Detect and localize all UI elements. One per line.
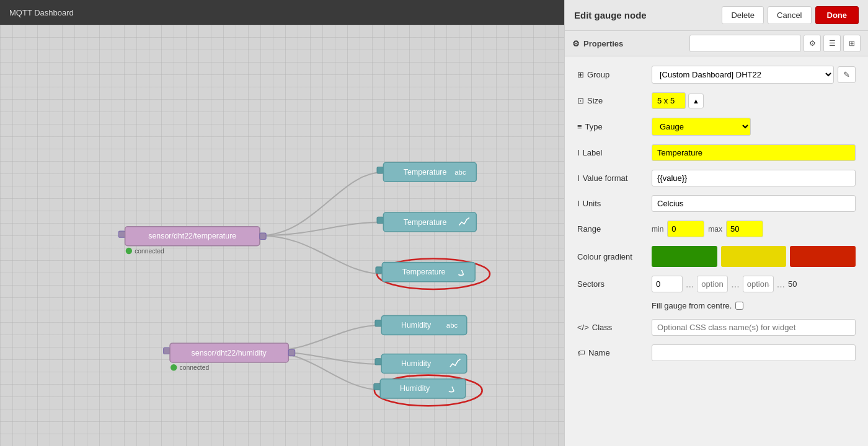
range-min-label: min <box>652 225 663 234</box>
sectors-optional1-input[interactable] <box>697 276 728 292</box>
code-icon: </> <box>577 323 589 332</box>
svg-text:abc: abc <box>446 321 458 329</box>
svg-text:Humidity: Humidity <box>400 384 430 393</box>
svg-text:connected: connected <box>180 364 210 371</box>
name-label: 🏷 Name <box>577 348 645 357</box>
group-label: ⊞ Group <box>577 70 645 79</box>
sectors-dots-3: ... <box>777 279 785 290</box>
edit-group-button[interactable]: ✎ <box>838 66 856 83</box>
svg-text:Temperature: Temperature <box>404 218 447 227</box>
range-row: Range min max <box>577 221 856 237</box>
svg-text:abc: abc <box>454 168 466 176</box>
size-row: ⊡ Size ▲ <box>577 92 856 109</box>
top-bar: MQTT Dashboard <box>0 0 564 25</box>
hum-text-node[interactable]: Humidity abc <box>375 315 467 334</box>
panel-header: Edit gauge node Delete Cancel Done <box>565 0 868 31</box>
size-input-group: ▲ <box>652 92 704 109</box>
colour-swatch-green[interactable] <box>652 246 717 267</box>
range-label: Range <box>577 224 645 234</box>
svg-text:Temperature: Temperature <box>402 268 446 276</box>
range-max-label: max <box>708 225 722 234</box>
sectors-dots-2: ... <box>731 279 739 290</box>
size-adjust-button[interactable]: ▲ <box>688 94 704 108</box>
type-select[interactable]: Gauge Donut Compass Level Wave <box>652 118 751 136</box>
range-max-input[interactable] <box>726 221 763 237</box>
type-label: ≡ Type <box>577 122 645 131</box>
sensor-hum-node[interactable]: sensor/dht22/humidity connected <box>164 343 295 371</box>
node-canvas-area[interactable]: MQTT Dashboard sensor/dht22/temperature … <box>0 0 564 446</box>
fill-gauge-checkbox[interactable] <box>735 302 743 310</box>
cancel-button[interactable]: Cancel <box>768 6 811 24</box>
sensor-temp-node[interactable]: sensor/dht22/temperature connected <box>118 227 266 255</box>
toolbar-right: ⚙ ☰ ⊞ <box>689 35 861 52</box>
value-format-label: I Value format <box>577 173 645 183</box>
fill-gauge-label: Fill gauge from centre. <box>652 301 732 310</box>
class-row: </> Class <box>577 319 856 336</box>
search-input[interactable] <box>689 35 801 52</box>
list-icon-btn[interactable]: ☰ <box>823 35 841 52</box>
group-row: ⊞ Group [Custom Dashboard] DHT22 ✎ <box>577 66 856 84</box>
units-row: I Units <box>577 195 856 212</box>
done-button[interactable]: Done <box>815 6 859 24</box>
colour-gradient-label: Colour gradient <box>577 252 645 261</box>
hum-gauge-node[interactable]: Humidity <box>374 375 482 406</box>
label-label: I Label <box>577 148 645 157</box>
properties-section: ⚙ Properties <box>572 39 623 48</box>
sectors-optional2-input[interactable] <box>743 276 774 292</box>
svg-rect-16 <box>377 217 383 223</box>
right-panel: Edit gauge node Delete Cancel Done ⚙ Pro… <box>564 0 868 446</box>
delete-button[interactable]: Delete <box>722 6 764 24</box>
list-icon: ≡ <box>577 122 582 131</box>
hum-chart-node[interactable]: Humidity <box>375 354 467 374</box>
value-format-row: I Value format <box>577 170 856 186</box>
svg-rect-28 <box>375 359 381 365</box>
settings-icon-btn[interactable]: ⚙ <box>804 35 821 52</box>
svg-point-3 <box>126 248 132 254</box>
panel-content: ⊞ Group [Custom Dashboard] DHT22 ✎ ⊡ Siz… <box>565 56 868 446</box>
value-format-input[interactable] <box>652 170 856 186</box>
group-select-wrapper: [Custom Dashboard] DHT22 ✎ <box>652 66 856 84</box>
colour-swatch-yellow[interactable] <box>721 246 787 267</box>
class-label: </> Class <box>577 323 645 332</box>
label-input[interactable] <box>652 144 856 161</box>
size-input[interactable] <box>652 92 686 109</box>
temp-chart-node[interactable]: Temperature <box>377 212 476 232</box>
name-row: 🏷 Name <box>577 344 856 361</box>
svg-text:sensor/dht22/humidity: sensor/dht22/humidity <box>192 349 267 357</box>
panel-title: Edit gauge node <box>574 10 647 20</box>
svg-rect-5 <box>260 233 266 239</box>
svg-rect-12 <box>377 167 383 173</box>
cursor3-icon: I <box>577 199 580 208</box>
fill-gauge-row: Fill gauge from centre. <box>577 301 856 310</box>
colour-gradient-group <box>652 246 856 267</box>
temp-text-node[interactable]: Temperature abc <box>377 162 476 181</box>
cursor-icon: I <box>577 148 580 157</box>
cursor2-icon: I <box>577 173 580 183</box>
svg-text:sensor/dht22/temperature: sensor/dht22/temperature <box>148 232 236 240</box>
units-input[interactable] <box>652 195 856 212</box>
sectors-min-input[interactable] <box>652 276 683 292</box>
sectors-dots-1: ... <box>686 279 694 290</box>
colour-swatch-red[interactable] <box>790 246 856 267</box>
svg-point-9 <box>170 364 177 370</box>
class-input[interactable] <box>652 319 856 336</box>
label-row: I Label <box>577 144 856 161</box>
group-select[interactable]: [Custom Dashboard] DHT22 <box>652 66 834 84</box>
temp-gauge-node[interactable]: Temperature <box>376 258 490 289</box>
properties-label: Properties <box>583 39 623 48</box>
panel-toolbar: ⚙ Properties ⚙ ☰ ⊞ <box>565 31 868 56</box>
sectors-max: 50 <box>788 279 797 289</box>
range-min-input[interactable] <box>667 221 704 237</box>
size-label: ⊡ Size <box>577 96 645 105</box>
svg-text:Temperature: Temperature <box>404 168 447 177</box>
flow-canvas: sensor/dht22/temperature connected senso… <box>0 25 564 446</box>
svg-text:connected: connected <box>135 248 164 255</box>
name-input[interactable] <box>652 344 856 361</box>
units-label: I Units <box>577 199 645 208</box>
grid-icon-btn[interactable]: ⊞ <box>843 35 861 52</box>
tag-icon: 🏷 <box>577 348 585 357</box>
table-icon: ⊞ <box>577 70 584 79</box>
resize-icon: ⊡ <box>577 96 584 105</box>
range-group: min max <box>652 221 856 237</box>
panel-buttons: Delete Cancel Done <box>722 6 859 24</box>
